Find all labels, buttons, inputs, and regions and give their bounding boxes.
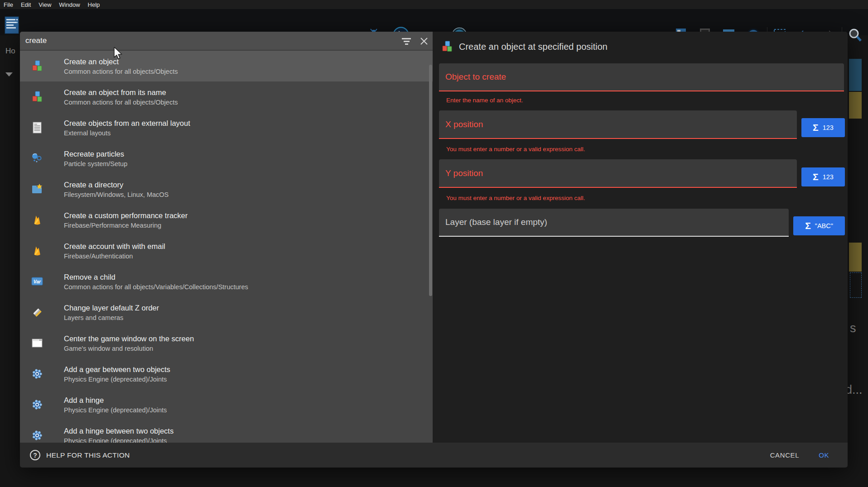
search-icon[interactable] (847, 27, 863, 45)
result-recreate-particles[interactable]: Recreate particlesParticle system/Setup (20, 143, 433, 174)
game-window-icon (31, 337, 43, 349)
result-subtitle: External layouts (64, 129, 190, 137)
physics-gear-icon (31, 368, 43, 380)
layer-expression-button[interactable]: Σ "ABC" (793, 216, 845, 235)
layer-input[interactable]: Layer (base layer if empty) (439, 209, 789, 237)
result-create-object-from-name[interactable]: Create an object from its nameCommon act… (20, 81, 433, 112)
menu-view[interactable]: View (39, 1, 51, 8)
result-subtitle: Physics Engine (deprecated)/Joints (64, 406, 167, 414)
result-add-hinge[interactable]: Add a hingePhysics Engine (deprecated)/J… (20, 389, 433, 420)
sigma-icon: Σ (813, 172, 819, 182)
result-title: Create account with with email (64, 242, 165, 251)
result-subtitle: Layers and cameras (64, 314, 159, 321)
result-subtitle: Game's window and resolution (64, 345, 194, 352)
sigma-icon: Σ (813, 122, 819, 133)
svg-text:Var: Var (34, 279, 41, 284)
scene-object-fragment (849, 92, 862, 119)
result-subtitle: Common actions for all objects/Objects (64, 99, 178, 106)
result-subtitle: Particle system/Setup (64, 160, 127, 167)
list-scrollbar[interactable] (429, 65, 432, 296)
result-subtitle: Common actions for all objects/Variables… (64, 283, 248, 291)
menu-file[interactable]: File (4, 1, 13, 8)
result-subtitle: Physics Engine (deprecated)/Joints (64, 376, 170, 383)
result-subtitle: Common actions for all objects/Objects (64, 68, 178, 75)
variable-badge-icon: Var (31, 276, 43, 287)
result-create-from-external-layout[interactable]: Create objects from an external layoutEx… (20, 112, 433, 143)
result-create-account-email[interactable]: Create account with with emailFirebase/A… (20, 235, 433, 266)
menu-help[interactable]: Help (88, 1, 100, 8)
action-search-panel: Create an objectCommon actions for all o… (20, 32, 433, 443)
result-title: Create objects from an external layout (64, 119, 190, 128)
result-title: Add a hinge between two objects (64, 427, 174, 435)
dialog-footer: ? HELP FOR THIS ACTION CANCEL OK (20, 443, 848, 468)
result-add-hinge-between-objects[interactable]: Add a hinge between two objectsPhysics E… (20, 420, 433, 443)
result-subtitle: Firebase/Authentication (64, 253, 165, 260)
scene-object-fragment (849, 59, 862, 91)
firebase-flame-icon (31, 214, 43, 226)
selection-rectangle-fragment (850, 272, 862, 298)
ok-button[interactable]: OK (819, 451, 829, 459)
firebase-flame-icon (31, 245, 43, 257)
object-helper-text: Enter the name of an object. (446, 97, 523, 104)
result-title: Center the game window on the screen (64, 334, 194, 343)
result-subtitle: Physics Engine (deprecated)/Joints (64, 437, 174, 443)
result-center-game-window[interactable]: Center the game window on the screenGame… (20, 328, 433, 358)
instruction-editor-dialog: Create an objectCommon actions for all o… (20, 32, 848, 468)
object-to-create-input[interactable]: Object to create (439, 63, 844, 91)
objects-cubes-icon (31, 91, 43, 103)
particles-icon (31, 153, 43, 164)
question-mark-icon: ? (30, 450, 40, 460)
result-title: Change layer default Z order (64, 304, 159, 312)
result-subtitle: Filesystem/Windows, Linux, MacOS (64, 191, 169, 198)
external-layout-document-icon (31, 122, 43, 134)
home-tab-fragment: Ho (5, 47, 15, 56)
search-input[interactable] (20, 36, 337, 45)
action-result-list: Create an objectCommon actions for all o… (20, 51, 433, 443)
y-position-input[interactable]: Y position (439, 159, 797, 188)
result-title: Remove a child (64, 273, 248, 282)
project-manager-icon[interactable] (5, 16, 20, 36)
filter-icon[interactable] (400, 35, 413, 47)
action-parameters-panel: Create an object at specified position O… (433, 32, 848, 443)
objects-cubes-icon (31, 60, 43, 72)
y-error-text: You must enter a number or a valid expre… (446, 195, 585, 201)
folder-star-icon (31, 183, 43, 195)
menu-bar: File Edit View Window Help (0, 0, 868, 9)
result-add-gear[interactable]: Add a gear between two objectsPhysics En… (20, 358, 433, 389)
result-title: Create a directory (64, 181, 169, 189)
cancel-button[interactable]: CANCEL (770, 451, 799, 459)
action-title: Create an object at specified position (459, 42, 608, 52)
y-expression-button[interactable]: Σ 123 (801, 167, 845, 186)
x-error-text: You must enter a number or a valid expre… (446, 146, 585, 153)
result-title: Add a gear between two objects (64, 365, 170, 374)
result-title: Add a hinge (64, 396, 167, 405)
result-subtitle: Firebase/Performance Measuring (64, 222, 188, 229)
result-create-performance-tracker[interactable]: Create a custom performance trackerFireb… (20, 205, 433, 235)
layer-eraser-icon (31, 306, 43, 318)
x-expression-button[interactable]: Σ 123 (801, 118, 845, 137)
physics-gear-icon (31, 399, 43, 411)
gdevelop-editor: File Edit View Window Help PREVIEW PUBLI… (0, 0, 868, 487)
panel-text-fragment: s (850, 321, 856, 335)
result-create-a-directory[interactable]: Create a directoryFilesystem/Windows, Li… (20, 174, 433, 205)
scene-object-fragment (849, 243, 862, 272)
close-icon[interactable] (418, 35, 430, 47)
physics-gear-icon (31, 430, 43, 441)
help-for-this-action-button[interactable]: ? HELP FOR THIS ACTION (30, 450, 130, 460)
sigma-icon: Σ (805, 220, 811, 231)
menu-edit[interactable]: Edit (21, 1, 31, 8)
objects-cubes-icon (441, 41, 453, 54)
search-bar (20, 32, 433, 51)
result-create-an-object[interactable]: Create an objectCommon actions for all o… (20, 51, 433, 81)
result-change-layer-z-order[interactable]: Change layer default Z orderLayers and c… (20, 297, 433, 328)
result-title: Create an object (64, 57, 178, 66)
result-title: Create a custom performance tracker (64, 211, 188, 220)
chevron-down-icon[interactable] (5, 72, 13, 76)
result-title: Recreate particles (64, 150, 127, 158)
result-remove-a-child[interactable]: Var Remove a childCommon actions for all… (20, 266, 433, 297)
menu-window[interactable]: Window (59, 1, 80, 8)
panel-text-fragment: d... (845, 383, 863, 397)
x-position-input[interactable]: X position (439, 110, 797, 139)
result-title: Create an object from its name (64, 88, 178, 97)
